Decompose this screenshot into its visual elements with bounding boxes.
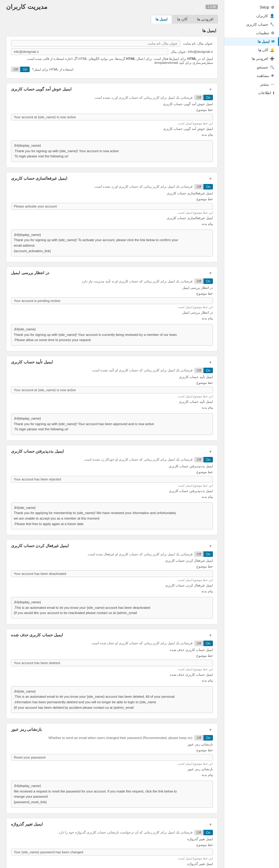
subject-input[interactable]	[11, 386, 213, 393]
body-text: JH{site_name} .This is an automated emai…	[11, 686, 213, 713]
body-label: ایمیل خوش آمد گویی حساب کاربری	[11, 127, 213, 131]
collapse-icon[interactable]: ▼	[208, 822, 213, 827]
toggle-on[interactable]: On	[203, 830, 213, 835]
collapse-icon[interactable]: ▼	[208, 544, 213, 549]
sidebar-item-more[interactable]: ⋯ بیشتر	[224, 80, 279, 89]
block-header: ▼ ایمیل تغییر گذرواژه	[11, 822, 213, 827]
from-name-row: عنوان مثال: نام سایت	[11, 40, 213, 47]
welcome-toggle[interactable]: On Off	[194, 95, 213, 100]
html-toggle[interactable]: On Off	[11, 67, 30, 72]
collapse-icon[interactable]: ▼	[208, 633, 213, 638]
subject-hint: این خط موضوع ایمیل است.	[11, 122, 213, 125]
subject-line-label: خط موضوع	[11, 197, 213, 201]
toggle-on[interactable]: On	[203, 184, 213, 189]
toggle-off[interactable]: Off	[194, 641, 203, 646]
rejected-toggle[interactable]: On Off	[194, 457, 213, 462]
block-header: ▼ ایمیل غیرفعال کردن حساب کاربری	[11, 544, 213, 549]
block-header: ▼ ایمیل بذدپذیرفتن حساب کاربری	[11, 449, 213, 455]
block-title: ایمیل تأیید حساب کاربری	[11, 360, 53, 364]
sidebar-item-search[interactable]: 🔍 جستجو	[224, 63, 279, 71]
sidebar-item-view[interactable]: 👁 مشاهده	[224, 71, 279, 80]
tab-emails[interactable]: ایمیل ها	[151, 15, 172, 24]
email-icon: ✉	[271, 39, 274, 44]
body-row: ایمیل خوش آمد گویی حساب کاربری پیام بدنه…	[11, 127, 213, 162]
body-line-label: پیام بدنه	[11, 773, 213, 777]
collapse-icon[interactable]: ▼	[208, 271, 213, 276]
subject-input[interactable]	[11, 659, 213, 666]
toggle-on[interactable]: On	[203, 278, 213, 284]
sidebar-item-account[interactable]: 🔧 حساب کاربری	[224, 20, 279, 29]
subject-input[interactable]	[11, 114, 213, 120]
sidebar-item-label: کاربران	[256, 14, 268, 18]
collapse-icon[interactable]: ▼	[208, 727, 213, 733]
activation-toggle[interactable]: On Off	[194, 184, 213, 189]
sidebar-item-settings[interactable]: ⚙ تنظیمات	[224, 29, 279, 37]
sidebar-item-alerts[interactable]: 🔔 آلان ها	[224, 46, 279, 54]
body-label: ایمیل تغییر گذرواژه	[11, 862, 213, 866]
block-header: ▼ در انتظار بررسی ایمیل	[11, 271, 213, 276]
sidebar-item-setup[interactable]: ⚙ Setup	[224, 3, 279, 11]
toggle-off[interactable]: Off	[194, 368, 203, 373]
collapse-icon[interactable]: ▼	[208, 87, 213, 92]
tab-addons[interactable]: افزودنی ها	[192, 15, 218, 24]
collapse-icon[interactable]: ▼	[208, 360, 213, 365]
password-changed-toggle[interactable]: On Off	[194, 830, 213, 835]
global-email-settings: عنوان مثال: نام سایت info@designak.ir :ع…	[6, 36, 218, 79]
toggle-off[interactable]: Off	[194, 457, 203, 462]
sidebar-item-addons[interactable]: ➕ افزودنی ها	[224, 54, 279, 63]
from-email-input[interactable]	[11, 48, 168, 55]
subject-row: ایمیل خوش آمد گویی حساب کاربری خط موضوع …	[11, 102, 213, 125]
body-line-label: پیام بدنه	[11, 495, 213, 499]
body-label: در انتظار بررسی ایمیل	[11, 311, 213, 314]
toggle-on[interactable]: On	[203, 551, 213, 557]
main-content: 1.3.88 مدیریت کاربران ایمیل ها آلان ها ا…	[0, 0, 224, 868]
toggle-on[interactable]: On	[203, 641, 213, 646]
sidebar-item-label: اطلاعات	[258, 91, 271, 95]
sidebar-item-label: Setup	[260, 5, 269, 9]
subject-input[interactable]	[11, 476, 213, 483]
subject-label: ایمیل غیرفعال کردن حساب کاربری	[11, 559, 213, 563]
sidebar-item-info[interactable]: ℹ اطلاعات	[224, 89, 279, 97]
subject-input[interactable]	[11, 570, 213, 577]
toggle-desc: فرستادن یک ایمیل برای کاربر زمانی که حسا…	[11, 96, 192, 100]
toggle-off[interactable]: Off	[194, 95, 203, 100]
subject-row: ایمیل تأیید حساب کاربری خط موضوع این خط …	[11, 375, 213, 398]
subject-row: بازنشانی رمز عبور خط موضوع این خط موضوع …	[11, 742, 213, 765]
subject-input[interactable]	[11, 754, 213, 761]
toggle-off[interactable]: Off	[194, 184, 203, 189]
email-block-deleted: ▼ ایمیل حساب کاربری حذف شده On Off فرستا…	[6, 629, 218, 719]
toggle-on[interactable]: On	[203, 368, 213, 373]
toggle-off[interactable]: Off	[194, 735, 203, 741]
tab-alerts[interactable]: آلان ها	[172, 15, 192, 24]
toggle-off[interactable]: Off	[194, 278, 203, 284]
pending-toggle[interactable]: On Off	[194, 278, 213, 284]
collapse-icon[interactable]: ▼	[208, 176, 213, 182]
subject-input[interactable]	[11, 849, 213, 856]
approved-toggle[interactable]: On Off	[194, 368, 213, 373]
subject-hint: این خط موضوع ایمیل است.	[11, 484, 213, 487]
collapse-icon[interactable]: ▼	[208, 449, 213, 455]
email-block-approved: ▼ ایمیل تأیید حساب کاربری On Off فرستادن…	[6, 356, 218, 441]
sidebar-item-label: تنظیمات	[256, 31, 269, 35]
toggle-off[interactable]: Off	[194, 830, 203, 835]
password-reset-toggle[interactable]: On Off	[194, 735, 213, 741]
deleted-toggle[interactable]: On Off	[194, 641, 213, 646]
from-name-input[interactable]	[11, 40, 180, 47]
deactivated-toggle[interactable]: On Off	[194, 551, 213, 557]
block-title: ایمیل بذدپذیرفتن حساب کاربری	[11, 449, 64, 454]
subject-input[interactable]	[11, 203, 213, 210]
toggle-row: On Off فرستادن یک ایمیل برای کاربر زمانی…	[11, 368, 213, 373]
block-header: ▼ بازنشانی رمز عبور	[11, 727, 213, 733]
subject-row: ایمیل غیرفعال کردن حساب کاربری خط موضوع …	[11, 559, 213, 582]
search-icon: 🔍	[270, 65, 274, 69]
toggle-on[interactable]: On	[203, 457, 213, 462]
toggle-on[interactable]: On	[203, 95, 213, 100]
html-toggle-on[interactable]: On	[20, 67, 30, 72]
subject-input[interactable]	[11, 298, 213, 304]
sidebar-item-users[interactable]: 👤 کاربران	[224, 11, 279, 20]
toggle-off[interactable]: Off	[194, 551, 203, 557]
sidebar-item-emails[interactable]: ✉ ایمیل ها	[224, 37, 279, 46]
subject-line-label: خط موضوع	[11, 654, 213, 658]
toggle-on[interactable]: On	[203, 735, 213, 741]
html-toggle-off[interactable]: Off	[11, 67, 20, 72]
